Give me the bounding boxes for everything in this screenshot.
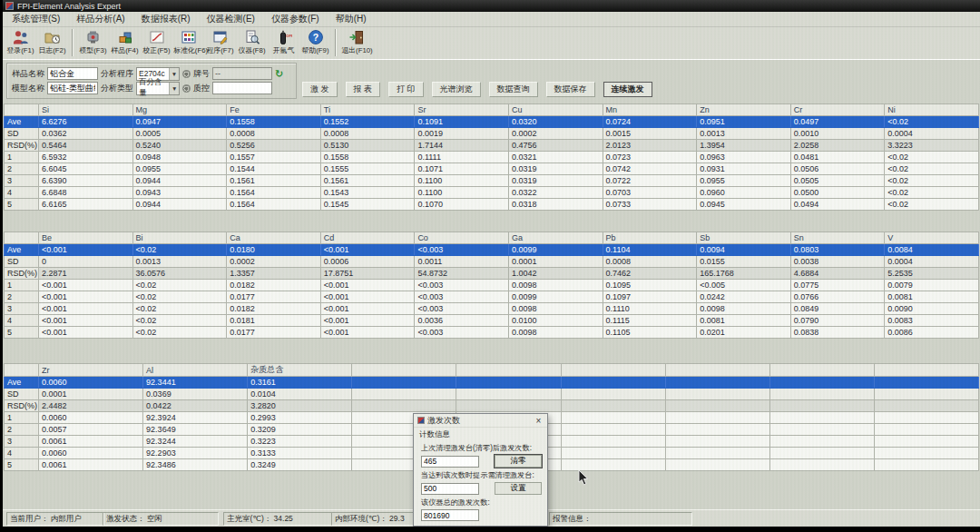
cell[interactable]: 0.0086 xyxy=(885,327,979,339)
cell[interactable]: <0.001 xyxy=(320,315,415,327)
toolbar-button-program[interactable]: 程序(F7) xyxy=(204,28,236,54)
cell[interactable]: <0.001 xyxy=(320,303,415,315)
cell[interactable]: 0.1095 xyxy=(603,280,697,291)
row-label[interactable]: 2 xyxy=(5,163,39,175)
cell[interactable]: <0.02 xyxy=(885,199,979,211)
cell[interactable]: 0.0094 xyxy=(697,244,791,256)
action-button-4[interactable]: 光谱浏览 xyxy=(432,82,481,97)
cell[interactable]: 0.0951 xyxy=(697,116,791,128)
cell[interactable]: 0.0201 xyxy=(697,327,791,339)
cell[interactable]: 0.4756 xyxy=(508,140,603,152)
analysis-type-select[interactable]: 百分含量 ▼ xyxy=(136,82,180,95)
cell[interactable]: <0.02 xyxy=(885,116,979,128)
action-button-2[interactable]: 报 表 xyxy=(346,82,381,97)
cell[interactable]: 0.0177 xyxy=(227,327,321,339)
cell[interactable]: <0.001 xyxy=(320,280,415,291)
toolbar-button-users[interactable]: 登录(F1) xyxy=(5,28,36,54)
cell[interactable]: 0.5464 xyxy=(39,140,133,152)
cell[interactable]: 0.1100 xyxy=(415,187,509,199)
cell[interactable]: 0.1097 xyxy=(603,291,697,303)
toolbar-button-standardize[interactable]: 标准化(F6) xyxy=(172,28,204,54)
cell[interactable]: 3.2820 xyxy=(248,400,352,412)
menu-item-2[interactable]: 样品分析(A) xyxy=(76,13,124,25)
close-icon[interactable]: × xyxy=(534,416,544,426)
cell[interactable]: 0.0177 xyxy=(227,291,321,303)
toolbar-button-exit[interactable]: 退出(F10) xyxy=(340,28,372,54)
cell[interactable]: <0.02 xyxy=(132,303,227,315)
cell[interactable]: 0.5240 xyxy=(132,140,227,152)
set-button[interactable]: 设置 xyxy=(495,482,542,495)
cell[interactable]: 6.6390 xyxy=(39,175,133,187)
cell[interactable]: <0.02 xyxy=(885,163,979,175)
cell[interactable]: 0.0955 xyxy=(132,163,227,175)
toolbar-button-help[interactable]: ?帮助(F9) xyxy=(299,28,331,54)
cell[interactable]: 0.0011 xyxy=(415,256,509,268)
cell[interactable]: 4.6884 xyxy=(790,268,885,280)
cell[interactable]: 0.1091 xyxy=(415,116,509,128)
row-label[interactable]: RSD(%) xyxy=(5,400,39,412)
cell[interactable]: 0.0099 xyxy=(508,291,603,303)
cell[interactable]: 165.1768 xyxy=(697,268,791,280)
toolbar-button-instrument[interactable]: 仪器(F8) xyxy=(236,28,268,54)
cell[interactable]: <0.02 xyxy=(132,244,227,256)
cell[interactable]: 0.3161 xyxy=(248,377,352,389)
cell[interactable]: 0.0104 xyxy=(248,389,352,400)
cell[interactable]: 92.2903 xyxy=(143,448,248,459)
row-label[interactable]: SD xyxy=(5,389,39,400)
cell[interactable]: 0.0006 xyxy=(320,256,415,268)
cell[interactable]: 0.1552 xyxy=(320,116,415,128)
cell[interactable]: 0.1561 xyxy=(320,175,415,187)
cell[interactable]: 0.0180 xyxy=(227,244,321,256)
cell[interactable]: 0.0004 xyxy=(885,256,979,268)
cell[interactable]: <0.001 xyxy=(39,291,133,303)
cell[interactable]: 0.0947 xyxy=(132,116,227,128)
cell[interactable]: <0.003 xyxy=(415,303,509,315)
cell[interactable]: 0.0955 xyxy=(697,175,791,187)
row-label[interactable]: SD xyxy=(5,256,39,268)
cell[interactable]: 0.0703 xyxy=(603,187,697,199)
cell[interactable]: 0.0944 xyxy=(132,175,227,187)
cell[interactable]: 0.0010 xyxy=(790,128,885,140)
cell[interactable]: 0.0322 xyxy=(508,187,603,199)
cell[interactable]: 0.0182 xyxy=(227,303,321,315)
row-label[interactable]: 5 xyxy=(5,327,39,339)
cell[interactable]: 92.3924 xyxy=(143,412,248,424)
cell[interactable]: 2.0258 xyxy=(790,140,885,152)
cell[interactable]: <0.02 xyxy=(885,175,979,187)
cell[interactable]: 0.0319 xyxy=(508,163,603,175)
cell[interactable]: <0.001 xyxy=(39,315,133,327)
cell[interactable]: 3.3223 xyxy=(885,140,979,152)
cell[interactable]: 0.0079 xyxy=(885,280,979,291)
cell[interactable]: 0.1558 xyxy=(320,152,415,163)
gear-icon[interactable] xyxy=(182,84,191,93)
cell[interactable]: 0.0019 xyxy=(415,128,509,140)
cell[interactable]: 0.1558 xyxy=(227,116,321,128)
cell[interactable]: 92.3441 xyxy=(143,377,248,389)
cell[interactable]: 0.0013 xyxy=(132,256,227,268)
cell[interactable]: 2.2871 xyxy=(39,268,133,280)
cell[interactable]: 0.0722 xyxy=(603,175,697,187)
cell[interactable]: 0.0098 xyxy=(508,280,603,291)
action-button-7[interactable]: 连续激发 xyxy=(603,82,652,97)
cell[interactable]: 6.6045 xyxy=(39,163,133,175)
menu-item-6[interactable]: 帮助(H) xyxy=(336,13,367,25)
cell[interactable]: 0.0060 xyxy=(39,412,143,424)
cell[interactable]: 0.0038 xyxy=(790,256,885,268)
action-button-3[interactable]: 打 印 xyxy=(388,82,424,97)
cell[interactable]: 0.0036 xyxy=(415,315,509,327)
model-name-input[interactable] xyxy=(47,82,98,94)
cell[interactable]: 0.1564 xyxy=(227,199,321,211)
toolbar-button-log[interactable]: 日志(F2) xyxy=(36,28,68,54)
cell[interactable]: <0.02 xyxy=(132,315,227,327)
cell[interactable]: 0.0931 xyxy=(697,163,791,175)
cell[interactable]: <0.005 xyxy=(697,280,791,291)
cell[interactable]: <0.003 xyxy=(415,244,509,256)
cell[interactable]: 0.1100 xyxy=(415,175,509,187)
cell[interactable]: 0.1544 xyxy=(227,163,321,175)
cell[interactable]: 0.1070 xyxy=(415,199,509,211)
cell[interactable]: 0.0057 xyxy=(39,424,143,436)
cell[interactable]: 92.3244 xyxy=(143,436,248,448)
cell[interactable]: 0.0724 xyxy=(603,116,697,128)
cell[interactable]: <0.003 xyxy=(415,280,509,291)
cell[interactable]: 0.0505 xyxy=(790,175,885,187)
